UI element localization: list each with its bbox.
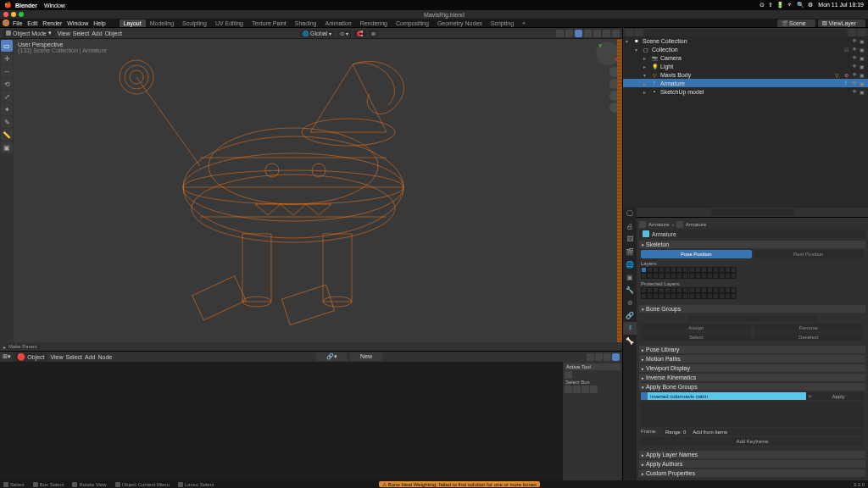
ptab-world-icon[interactable]: 🌐 (623, 258, 637, 271)
properties-search[interactable] (710, 208, 795, 216)
shading-rendered-icon[interactable] (612, 30, 620, 37)
vp-menu-object[interactable]: Object (105, 30, 122, 36)
bg-select-button[interactable]: Select (641, 333, 752, 341)
pivot-selector[interactable]: ⊙ ▾ (337, 30, 352, 37)
tool-cursor-icon[interactable]: ✛ (1, 53, 13, 64)
apply-button[interactable]: Apply (813, 392, 864, 400)
outliner-search[interactable] (644, 29, 847, 36)
bg-deselect-button[interactable]: Deselect (754, 333, 865, 341)
tool-transform-icon[interactable]: ✦ (1, 103, 13, 115)
panel-apply-authors[interactable]: Apply Authors (639, 460, 865, 468)
mode-selector[interactable]: Object Mode ▾ (3, 29, 55, 37)
ptab-scene-icon[interactable]: 🎬 (623, 246, 637, 258)
armature-name-field[interactable]: Armature (639, 230, 865, 238)
viewport-canvas[interactable]: User Perspective (133) Scene Collection … (14, 39, 622, 342)
nav-gizmo-icon[interactable] (596, 42, 620, 65)
add-keyframe-button[interactable]: Add Keyframe (641, 437, 864, 446)
nsel-icon-1[interactable] (565, 385, 572, 393)
menu-render[interactable]: Render (42, 20, 62, 26)
ntool-icon[interactable] (565, 371, 572, 379)
mac-menu-window[interactable]: Window (44, 3, 65, 8)
panel-skeleton[interactable]: Skeleton (639, 241, 865, 248)
menu-window[interactable]: Window (67, 20, 88, 26)
operator-redo[interactable]: Make Parent (6, 344, 40, 349)
ptab-render-icon[interactable]: 🖵 (623, 208, 637, 220)
tool-scale-icon[interactable]: ⤢ (1, 91, 13, 103)
panel-apply-bone-groups[interactable]: Apply Bone Groups (639, 383, 865, 391)
apply-text-field[interactable]: Inverted colormavis cabin (648, 392, 806, 400)
tool-annotate-icon[interactable]: ✎ (1, 116, 13, 128)
panel-bone-groups[interactable]: Bone Groups (639, 305, 865, 313)
traffic-lights[interactable] (3, 12, 24, 17)
menu-help[interactable]: Help (93, 20, 105, 26)
app-name[interactable]: Blender (15, 3, 37, 8)
panel-apply-layer-names[interactable]: Apply Layer Names (639, 451, 865, 458)
tab-sculpting[interactable]: Sculpting (178, 19, 211, 27)
ne-icon-3[interactable] (612, 353, 620, 361)
new-button[interactable]: New (350, 352, 382, 361)
apply-list[interactable] (641, 402, 864, 427)
ne-menu-add[interactable]: Add (85, 354, 95, 360)
viewport-scrollbar[interactable] (617, 39, 622, 342)
panel-custom-props[interactable]: Custom Properties (639, 469, 865, 477)
outliner-row-collection[interactable]: ▾▢Collection☑👁▣ (623, 45, 868, 53)
tab-compositing[interactable]: Compositing (392, 19, 433, 27)
nsel-icon-3[interactable] (581, 385, 589, 393)
outliner-row-sketchup[interactable]: ▸▪SketchUp model👁▣ (623, 87, 868, 96)
ptab-bone-icon[interactable]: 🦴 (623, 335, 637, 347)
shading-solid-icon[interactable] (593, 30, 601, 37)
pose-position-button[interactable]: Pose Position (641, 250, 752, 258)
tool-rotate-icon[interactable]: ⟲ (1, 78, 13, 90)
bg-remove-button[interactable]: Remove (754, 324, 865, 331)
outliner-filter-icon[interactable] (849, 29, 856, 36)
tool-addcube-icon[interactable]: ▣ (1, 141, 13, 153)
ptab-modifier-icon[interactable]: 🔧 (623, 284, 637, 297)
ptab-viewlayer-icon[interactable]: 🖼 (623, 233, 637, 246)
protected-layer-grid[interactable] (641, 287, 864, 299)
ne-pin-icon[interactable] (587, 353, 594, 361)
scene-selector[interactable]: 🎬 Scene (777, 19, 815, 27)
gizmo-toggle-icon[interactable] (556, 30, 564, 37)
snap-toggle[interactable]: 🧲 (353, 30, 366, 37)
ptab-constraint-icon[interactable]: 🔗 (623, 309, 637, 322)
outliner-row-armature[interactable]: ▸ᛡArmatureᛡ👁▣ (623, 79, 868, 87)
orientation-selector[interactable]: 🌐 Global ▾ (299, 30, 335, 37)
tab-add[interactable]: + (518, 19, 530, 27)
ne-menu-view[interactable]: View (50, 354, 63, 360)
panel-viewport-display[interactable]: Viewport Display (639, 364, 865, 372)
tool-move-icon[interactable]: ↔ (1, 65, 13, 77)
tab-texpaint[interactable]: Texture Paint (248, 19, 291, 27)
vp-menu-view[interactable]: View (58, 30, 70, 36)
ptab-output-icon[interactable]: 🖨 (623, 220, 637, 233)
outliner-row-camera[interactable]: ▸📷Camera👁▣ (623, 53, 868, 62)
bg-assign-button[interactable]: Assign (641, 324, 752, 331)
shading-matprev-icon[interactable] (603, 30, 610, 37)
vp-menu-add[interactable]: Add (92, 30, 102, 36)
tab-scripting[interactable]: Scripting (487, 19, 518, 27)
tool-measure-icon[interactable]: 📏 (1, 129, 13, 141)
add-from-items-button[interactable]: Add from Items (690, 429, 864, 435)
outliner-row-scene[interactable]: ▾■Scene Collection👁▣ (623, 36, 868, 45)
nsel-icon-2[interactable] (573, 385, 581, 393)
panel-pose-library[interactable]: Pose Library (639, 346, 865, 353)
node-type-selector[interactable]: 🔴 Object (14, 352, 47, 362)
tab-modeling[interactable]: Modeling (146, 19, 178, 27)
panel-ik[interactable]: Inverse Kinematics (639, 374, 865, 381)
tab-uv[interactable]: UV Editing (211, 19, 248, 27)
ne-icon-2[interactable] (604, 353, 611, 361)
apply-clear-icon[interactable]: ✕ (806, 392, 813, 400)
menu-edit[interactable]: Edit (27, 20, 37, 26)
tab-geonodes[interactable]: Geometry Nodes (433, 19, 487, 27)
menu-file[interactable]: File (13, 20, 22, 26)
panel-motion-paths[interactable]: Motion Paths (639, 355, 865, 363)
frame-range-field[interactable]: Range: 0 (663, 429, 688, 435)
outliner-row-light[interactable]: ▸💡Light👁▣ (623, 62, 868, 70)
tab-animation[interactable]: Animation (321, 19, 356, 27)
tab-layout[interactable]: Layout (120, 19, 146, 27)
layer-grid[interactable] (641, 267, 864, 279)
node-editor-canvas[interactable]: Active Tool Select Box (0, 362, 622, 480)
ne-menu-select[interactable]: Select (66, 354, 82, 360)
vp-menu-select[interactable]: Select (73, 30, 89, 36)
ne-menu-node[interactable]: Node (97, 354, 112, 360)
outliner-display-icon[interactable] (635, 29, 643, 36)
